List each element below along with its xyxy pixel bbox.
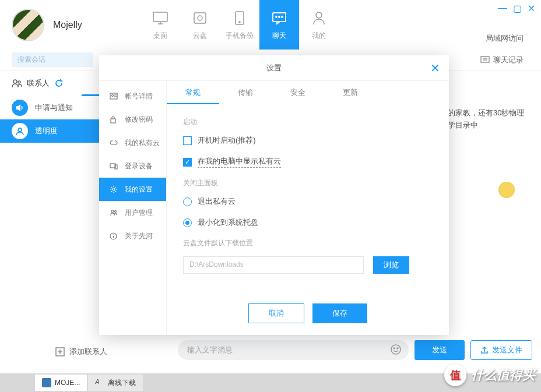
show-cloud-checkbox-row[interactable]: 在我的电脑中显示私有云 xyxy=(183,156,433,168)
minimize-tray-radio[interactable] xyxy=(183,218,192,227)
modal-close-button[interactable]: ✕ xyxy=(430,61,440,75)
modal-tab-general[interactable]: 常规 xyxy=(167,81,219,104)
startup-section-label: 启动 xyxy=(183,117,433,127)
exit-cloud-radio-row[interactable]: 退出私有云 xyxy=(183,196,433,207)
modal-title: 设置 xyxy=(266,63,282,73)
modal-tab-transfer[interactable]: 传输 xyxy=(219,81,272,104)
cloud-small-icon xyxy=(110,140,119,146)
modal-side-password[interactable]: 修改密码 xyxy=(99,108,166,131)
modal-tab-update[interactable]: 更新 xyxy=(324,81,377,104)
devices-icon xyxy=(110,163,119,169)
svg-rect-24 xyxy=(110,93,117,99)
svg-point-25 xyxy=(112,95,114,97)
svg-rect-28 xyxy=(111,119,115,123)
modal-side-account[interactable]: 帐号详情 xyxy=(99,84,166,108)
settings-modal: 设置 ✕ 帐号详情 修改密码 我的私有云 登录设备 我的设置 用户管理 关于先河… xyxy=(99,55,449,335)
exit-cloud-radio[interactable] xyxy=(183,197,192,206)
modal-sidebar: 帐号详情 修改密码 我的私有云 登录设备 我的设置 用户管理 关于先河 xyxy=(99,81,167,335)
id-card-icon xyxy=(110,93,119,100)
modal-side-cloud[interactable]: 我的私有云 xyxy=(99,131,166,154)
users-icon xyxy=(110,209,119,216)
cancel-button[interactable]: 取消 xyxy=(248,303,304,323)
lock-icon xyxy=(110,115,119,123)
modal-content: 启动 开机时启动(推荐) 在我的电脑中显示私有云 关闭主面板 退出私有云 xyxy=(167,104,449,284)
modal-tabs: 常规 传输 安全 更新 xyxy=(167,81,449,104)
modal-side-devices[interactable]: 登录设备 xyxy=(99,154,166,178)
show-cloud-checkbox[interactable] xyxy=(183,158,192,167)
info-icon xyxy=(110,232,119,240)
startup-checkbox-row[interactable]: 开机时启动(推荐) xyxy=(183,135,433,146)
gear-icon xyxy=(110,185,119,193)
modal-header: 设置 ✕ xyxy=(99,55,449,81)
modal-main: 常规 传输 安全 更新 启动 开机时启动(推荐) 在我的电脑中显示私有云 关 xyxy=(167,81,449,335)
download-path-input[interactable]: D:\ArsDownloads xyxy=(183,256,364,274)
download-loc-section-label: 云盘文件默认下载位置 xyxy=(183,238,433,248)
startup-checkbox[interactable] xyxy=(183,136,192,145)
modal-side-about[interactable]: 关于先河 xyxy=(99,224,166,248)
modal-footer: 取消 保存 xyxy=(167,303,449,323)
svg-point-31 xyxy=(113,188,115,190)
modal-tab-security[interactable]: 安全 xyxy=(272,81,324,104)
minimize-tray-radio-row[interactable]: 最小化到系统托盘 xyxy=(183,217,433,228)
modal-side-users[interactable]: 用户管理 xyxy=(99,201,166,224)
save-button[interactable]: 保存 xyxy=(312,303,367,323)
modal-side-settings[interactable]: 我的设置 xyxy=(99,178,166,201)
svg-point-33 xyxy=(115,211,117,213)
close-panel-section-label: 关闭主面板 xyxy=(183,178,433,188)
modal-overlay: 设置 ✕ 帐号详情 修改密码 我的私有云 登录设备 我的设置 用户管理 关于先河… xyxy=(0,0,541,392)
svg-point-32 xyxy=(111,210,114,213)
browse-button[interactable]: 浏览 xyxy=(373,256,409,274)
